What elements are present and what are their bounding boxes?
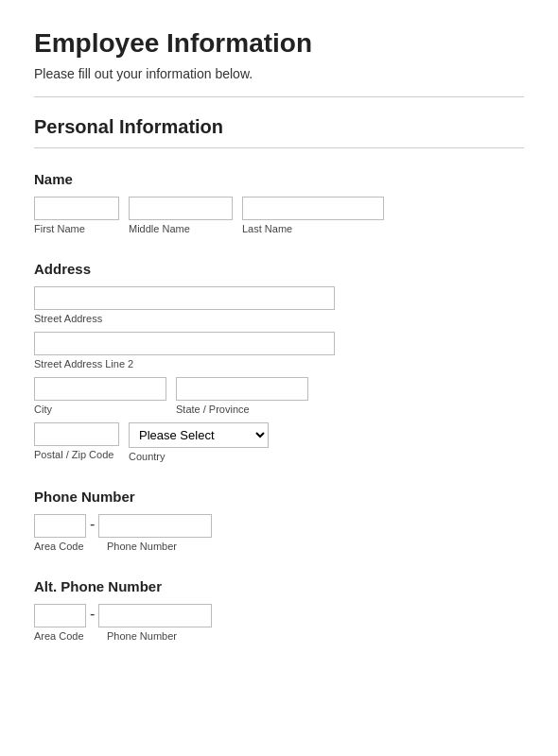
phone-label: Phone Number bbox=[34, 489, 524, 505]
middle-name-label: Middle Name bbox=[129, 223, 233, 234]
page-subtitle: Please fill out your information below. bbox=[34, 66, 524, 81]
name-section: Name First Name Middle Name Last Name bbox=[34, 171, 524, 234]
alt-phone-area-input[interactable] bbox=[34, 604, 86, 627]
phone-field-labels: Area Code Phone Number bbox=[34, 541, 524, 552]
phone-area-label: Area Code bbox=[34, 541, 86, 552]
first-name-input[interactable] bbox=[34, 197, 119, 220]
city-label: City bbox=[34, 404, 166, 415]
zip-input[interactable] bbox=[34, 422, 119, 446]
name-label: Name bbox=[34, 171, 524, 187]
country-label: Country bbox=[129, 451, 269, 462]
last-name-field: Last Name bbox=[242, 197, 384, 234]
city-input[interactable] bbox=[34, 377, 166, 401]
phone-separator: - bbox=[86, 516, 98, 533]
middle-name-field: Middle Name bbox=[129, 197, 233, 234]
alt-phone-number-label: Phone Number bbox=[107, 630, 220, 642]
country-select[interactable]: Please Select bbox=[129, 422, 269, 448]
street-label: Street Address bbox=[34, 313, 524, 324]
last-name-input[interactable] bbox=[242, 197, 384, 220]
address-label: Address bbox=[34, 261, 524, 277]
street2-field: Street Address Line 2 bbox=[34, 332, 524, 369]
state-input[interactable] bbox=[176, 377, 308, 401]
alt-phone-row: - bbox=[34, 604, 524, 627]
middle-name-input[interactable] bbox=[129, 197, 233, 220]
street-input[interactable] bbox=[34, 286, 335, 310]
phone-row: - bbox=[34, 514, 524, 538]
city-state-row: City State / Province bbox=[34, 377, 524, 415]
name-fields-row: First Name Middle Name Last Name bbox=[34, 197, 524, 234]
zip-label: Postal / Zip Code bbox=[34, 449, 119, 460]
street-field: Street Address bbox=[34, 286, 524, 324]
alt-phone-area-label: Area Code bbox=[34, 630, 86, 642]
page-title: Employee Information bbox=[34, 28, 524, 59]
country-field: Please Select Country bbox=[129, 422, 269, 462]
zip-country-row: Postal / Zip Code Please Select Country bbox=[34, 422, 524, 462]
first-name-label: First Name bbox=[34, 223, 119, 234]
street2-label: Street Address Line 2 bbox=[34, 358, 524, 369]
street2-input[interactable] bbox=[34, 332, 335, 355]
first-name-field: First Name bbox=[34, 197, 119, 234]
address-section: Address Street Address Street Address Li… bbox=[34, 261, 524, 462]
header-divider bbox=[34, 96, 524, 97]
phone-number-input[interactable] bbox=[98, 514, 212, 538]
state-field: State / Province bbox=[176, 377, 308, 415]
phone-area-input[interactable] bbox=[34, 514, 86, 538]
alt-phone-number-input[interactable] bbox=[98, 604, 212, 627]
state-label: State / Province bbox=[176, 404, 308, 415]
alt-phone-section: Alt. Phone Number - Area Code Phone Numb… bbox=[34, 578, 524, 642]
zip-field: Postal / Zip Code bbox=[34, 422, 119, 462]
section-title-personal: Personal Information bbox=[34, 116, 524, 138]
alt-phone-field-labels: Area Code Phone Number bbox=[34, 630, 524, 642]
section-divider bbox=[34, 147, 524, 148]
alt-phone-separator: - bbox=[86, 606, 98, 623]
alt-phone-label: Alt. Phone Number bbox=[34, 578, 524, 594]
phone-section: Phone Number - Area Code Phone Number bbox=[34, 489, 524, 552]
city-field: City bbox=[34, 377, 166, 415]
last-name-label: Last Name bbox=[242, 223, 384, 234]
phone-number-label: Phone Number bbox=[107, 541, 220, 552]
